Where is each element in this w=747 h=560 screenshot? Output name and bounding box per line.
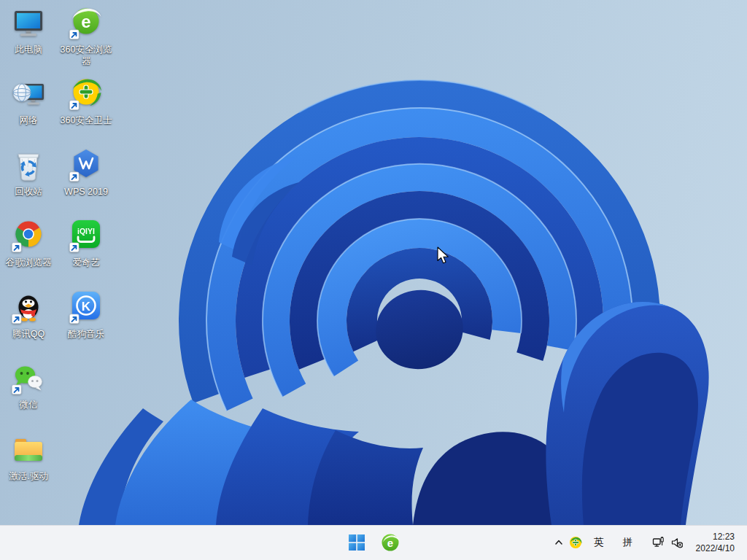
clock-time: 12:23 (696, 531, 735, 542)
360-safety-icon (69, 77, 104, 112)
desktop-icon-label: 爱奇艺 (72, 257, 100, 268)
folder-icon (11, 432, 46, 467)
ethernet-network-icon (652, 537, 664, 548)
desktop-icon-label: 腾讯QQ (12, 328, 44, 340)
speaker-muted-icon (671, 537, 683, 548)
shortcut-arrow-overlay (70, 243, 80, 252)
windows-logo-icon (348, 534, 365, 551)
desktop-icon-label: 酷狗音乐 (68, 328, 104, 340)
360-safety-tray-icon (569, 536, 582, 549)
tray-network-button[interactable] (649, 528, 667, 557)
chrome-icon (11, 219, 46, 254)
ime-language-indicator[interactable]: 英 (589, 528, 608, 557)
desktop: 此电脑 网络 (0, 0, 747, 525)
wps-icon (69, 148, 104, 183)
shortcut-arrow-overlay (12, 243, 22, 252)
svg-text:e: e (81, 12, 90, 31)
desktop-icon-360-safety[interactable]: 360安全卫士 (58, 77, 115, 126)
system-tray: 英 拼 12:23 2022/4/10 (550, 525, 747, 560)
desktop-icon-recycle-bin[interactable]: 回收站 (0, 148, 57, 198)
svg-text:K: K (82, 300, 91, 314)
shortcut-arrow-overlay (70, 101, 80, 110)
desktop-icon-this-pc[interactable]: 此电脑 (0, 6, 57, 55)
desktop-icon-network[interactable]: 网络 (0, 77, 57, 126)
desktop-icon-qq[interactable]: 腾讯QQ (0, 290, 57, 340)
shortcut-arrow-overlay (70, 314, 80, 324)
desktop-icon-label: 回收站 (15, 186, 42, 198)
tray-volume-muted-button[interactable] (668, 528, 686, 557)
start-button[interactable] (342, 528, 371, 557)
qq-penguin-icon (11, 290, 46, 325)
shortcut-arrow-overlay (12, 385, 22, 394)
desktop-icon-label: WPS 2019 (64, 186, 108, 198)
desktop-icon-kugou[interactable]: K 酷狗音乐 (58, 290, 115, 340)
chevron-up-icon (553, 537, 565, 548)
taskbar: e 英 拼 (0, 525, 747, 560)
taskbar-clock[interactable]: 12:23 2022/4/10 (693, 529, 738, 556)
360-browser-icon: e (69, 6, 104, 41)
kugou-icon: K (69, 290, 104, 325)
desktop-icon-label: 微信 (20, 399, 38, 411)
wechat-icon (11, 361, 46, 396)
tray-360-safety-button[interactable] (568, 528, 584, 557)
shortcut-arrow-overlay (70, 30, 80, 39)
network-icon (11, 77, 46, 112)
svg-text:e: e (387, 537, 393, 549)
taskbar-360-browser-button[interactable]: e (376, 528, 405, 557)
desktop-icon-label: 此电脑 (15, 44, 42, 55)
iqiyi-icon: iQIYI (69, 219, 104, 254)
desktop-icon-label: 360安全浏览器 (58, 44, 115, 67)
recycle-bin-icon (11, 148, 46, 183)
this-pc-icon (11, 6, 46, 41)
desktop-icon-wechat[interactable]: 微信 (0, 361, 57, 411)
360-browser-e-icon: e (381, 533, 400, 552)
shortcut-arrow-overlay (12, 314, 22, 324)
svg-text:iQIYI: iQIYI (77, 227, 95, 236)
ime-method-indicator[interactable]: 拼 (619, 528, 638, 557)
clock-date: 2022/4/10 (696, 542, 735, 554)
shortcut-arrow-overlay (70, 172, 80, 182)
desktop-icon-label: 网络 (20, 114, 38, 126)
desktop-icon-label: 360安全卫士 (61, 114, 112, 126)
desktop-icon-activation-driver-folder[interactable]: 激活.驱动 (0, 432, 57, 482)
tray-chevron-up-button[interactable] (550, 528, 568, 557)
desktop-icon-360-browser[interactable]: e 360安全浏览器 (58, 6, 115, 67)
taskbar-center-group: e (342, 525, 405, 560)
desktop-icon-label: 谷歌浏览器 (6, 257, 52, 268)
desktop-icon-iqiyi[interactable]: iQIYI 爱奇艺 (58, 219, 115, 268)
desktop-icon-label: 激活.驱动 (9, 470, 47, 482)
desktop-icon-wps[interactable]: WPS 2019 (58, 148, 115, 198)
desktop-icon-chrome[interactable]: 谷歌浏览器 (0, 219, 57, 268)
